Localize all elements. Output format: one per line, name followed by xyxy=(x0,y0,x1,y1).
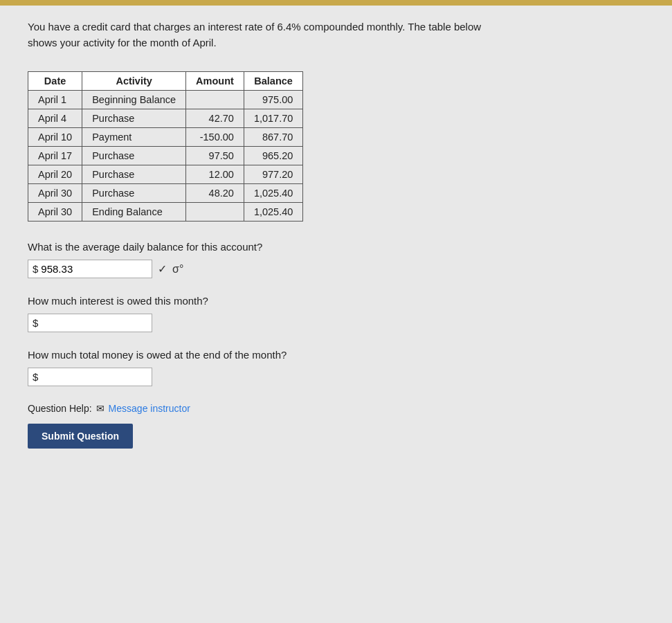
q2-input[interactable] xyxy=(41,317,138,329)
cell-activity: Purchase xyxy=(82,147,186,165)
intro-text: You have a credit card that charges an i… xyxy=(28,19,498,51)
question-help-label: Question Help: xyxy=(28,403,92,414)
cell-activity: Payment xyxy=(82,128,186,147)
q1-check-icon: ✓ xyxy=(158,262,167,276)
col-header-balance: Balance xyxy=(244,72,302,91)
cell-date: April 1 xyxy=(28,91,82,109)
cell-date: April 4 xyxy=(28,109,82,128)
q1-dollar-sign: $ xyxy=(33,263,38,275)
q3-input[interactable] xyxy=(41,371,138,383)
q1-input[interactable] xyxy=(41,263,138,275)
table-row: April 30Ending Balance1,025.40 xyxy=(28,203,303,222)
message-instructor-link[interactable]: Message instructor xyxy=(109,403,190,414)
cell-date: April 30 xyxy=(28,203,82,222)
cell-activity: Ending Balance xyxy=(82,203,186,222)
cell-balance: 1,025.40 xyxy=(244,203,302,222)
cell-date: April 17 xyxy=(28,147,82,165)
table-row: April 20Purchase12.00977.20 xyxy=(28,165,303,184)
cell-balance: 1,025.40 xyxy=(244,184,302,203)
question-help-row: Question Help: ✉ Message instructor xyxy=(28,403,644,414)
q1-section: What is the average daily balance for th… xyxy=(28,241,644,278)
table-row: April 30Purchase48.201,025.40 xyxy=(28,184,303,203)
cell-balance: 1,017.70 xyxy=(244,109,302,128)
q1-input-wrapper[interactable]: $ xyxy=(28,260,152,278)
q2-dollar-sign: $ xyxy=(33,317,38,329)
cell-date: April 30 xyxy=(28,184,82,203)
cell-amount: 97.50 xyxy=(186,147,244,165)
cell-amount: 12.00 xyxy=(186,165,244,184)
q2-section: How much interest is owed this month? $ xyxy=(28,295,644,332)
table-row: April 10Payment-150.00867.70 xyxy=(28,128,303,147)
col-header-amount: Amount xyxy=(186,72,244,91)
cell-date: April 10 xyxy=(28,128,82,147)
cell-amount xyxy=(186,91,244,109)
col-header-date: Date xyxy=(28,72,82,91)
submit-button[interactable]: Submit Question xyxy=(28,424,133,449)
cell-activity: Purchase xyxy=(82,109,186,128)
q3-dollar-sign: $ xyxy=(33,371,38,383)
q2-text: How much interest is owed this month? xyxy=(28,295,644,307)
q2-answer-row: $ xyxy=(28,314,644,332)
activity-table: Date Activity Amount Balance April 1Begi… xyxy=(28,71,303,222)
table-row: April 17Purchase97.50965.20 xyxy=(28,147,303,165)
mail-icon: ✉ xyxy=(96,403,105,414)
cell-balance: 977.20 xyxy=(244,165,302,184)
col-header-activity: Activity xyxy=(82,72,186,91)
q1-text: What is the average daily balance for th… xyxy=(28,241,644,253)
top-bar xyxy=(0,0,672,6)
cell-date: April 20 xyxy=(28,165,82,184)
q1-answer-row: $ ✓ σ° xyxy=(28,260,644,278)
cell-activity: Beginning Balance xyxy=(82,91,186,109)
q1-sigma-icon: σ° xyxy=(172,263,183,276)
q3-text: How much total money is owed at the end … xyxy=(28,349,644,361)
activity-table-wrapper: Date Activity Amount Balance April 1Begi… xyxy=(28,71,644,222)
q3-section: How much total money is owed at the end … xyxy=(28,349,644,386)
cell-balance: 965.20 xyxy=(244,147,302,165)
cell-balance: 975.00 xyxy=(244,91,302,109)
cell-activity: Purchase xyxy=(82,165,186,184)
cell-amount: 48.20 xyxy=(186,184,244,203)
q2-input-wrapper[interactable]: $ xyxy=(28,314,152,332)
table-row: April 4Purchase42.701,017.70 xyxy=(28,109,303,128)
cell-balance: 867.70 xyxy=(244,128,302,147)
table-row: April 1Beginning Balance975.00 xyxy=(28,91,303,109)
cell-amount xyxy=(186,203,244,222)
cell-activity: Purchase xyxy=(82,184,186,203)
cell-amount: 42.70 xyxy=(186,109,244,128)
q3-input-wrapper[interactable]: $ xyxy=(28,368,152,386)
cell-amount: -150.00 xyxy=(186,128,244,147)
q3-answer-row: $ xyxy=(28,368,644,386)
